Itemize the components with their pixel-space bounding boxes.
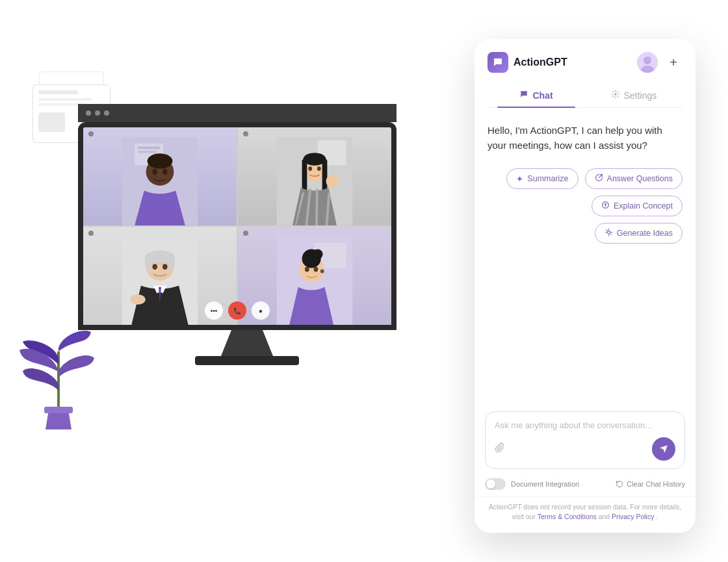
tabs: Chat Settings	[488, 83, 682, 108]
answer-label: Answer Questions	[607, 174, 673, 183]
tab-settings[interactable]: Settings	[585, 83, 682, 107]
svg-point-34	[314, 267, 318, 272]
summarize-button[interactable]: ✦ Summarize	[506, 168, 578, 189]
attach-icon[interactable]	[495, 442, 505, 455]
svg-point-7	[162, 169, 168, 175]
answer-questions-button[interactable]: Answer Questions	[585, 168, 682, 189]
tab-settings-label: Settings	[624, 90, 657, 101]
svg-point-23	[145, 253, 153, 270]
svg-point-26	[152, 264, 157, 270]
svg-point-24	[168, 253, 176, 270]
and-text: and	[599, 513, 612, 520]
explain-label: Explain Concept	[614, 201, 673, 211]
explain-concept-button[interactable]: Explain Concept	[592, 196, 682, 216]
footer-disclaimer: ActionGPT does not record your session d…	[474, 496, 696, 533]
svg-point-41	[614, 93, 617, 96]
camera-button[interactable]: ●	[252, 301, 270, 320]
explain-icon	[601, 201, 610, 211]
svg-point-25	[130, 294, 145, 305]
document-integration-toggle[interactable]	[485, 478, 506, 490]
plant-decoration	[13, 300, 104, 432]
chat-tab-icon	[519, 90, 528, 101]
avatar	[637, 52, 658, 73]
brand-name: ActionGPT	[514, 57, 567, 68]
privacy-link[interactable]: Privacy Policy	[612, 513, 654, 520]
svg-point-5	[148, 153, 173, 168]
svg-point-18	[308, 166, 312, 171]
monitor-base	[195, 356, 299, 365]
action-row-2: Explain Concept	[488, 196, 682, 216]
document-integration-group: Document Integration	[485, 478, 579, 490]
input-area: Ask me anything about the conversation..…	[474, 403, 696, 474]
video-grid	[83, 127, 391, 325]
svg-point-6	[152, 169, 157, 175]
svg-point-39	[644, 57, 651, 64]
period-text: .	[656, 513, 658, 520]
answer-icon	[595, 173, 603, 184]
generate-ideas-button[interactable]: Generate Ideas	[595, 223, 682, 244]
svg-point-32	[313, 249, 323, 260]
svg-point-19	[317, 166, 321, 171]
video-controls[interactable]: ••• 📞 ●	[205, 301, 270, 320]
action-row-1: ✦ Summarize Answer Questions	[488, 168, 682, 189]
generate-icon	[604, 228, 613, 238]
end-call-button[interactable]: 📞	[228, 301, 246, 320]
input-box: Ask me anything about the conversation..…	[485, 411, 685, 468]
monitor-screen: ••• 📞 ●	[78, 122, 396, 330]
chat-spacer	[474, 249, 696, 403]
monitor-stand	[221, 330, 273, 356]
add-button[interactable]: +	[664, 53, 682, 71]
svg-point-43	[607, 231, 610, 233]
input-placeholder: Ask me anything about the conversation..…	[495, 420, 675, 431]
header-actions: +	[637, 52, 682, 73]
video-cell-2	[238, 127, 391, 225]
bottom-controls: Document Integration Clear Chat History	[474, 474, 696, 496]
tab-chat[interactable]: Chat	[488, 83, 585, 107]
monitor: ••• 📞 ●	[78, 104, 416, 365]
brand: ActionGPT	[488, 52, 567, 73]
more-options-button[interactable]: •••	[205, 301, 223, 320]
chat-panel: ActionGPT + Chat	[474, 39, 696, 533]
action-row-3: Generate Ideas	[488, 223, 682, 244]
generate-label: Generate Ideas	[617, 229, 673, 238]
panel-header: ActionGPT +	[474, 39, 696, 73]
svg-point-35	[320, 270, 324, 274]
background-scene: ••• 📞 ●	[0, 0, 429, 562]
svg-rect-3	[138, 151, 157, 153]
settings-tab-icon	[611, 90, 620, 101]
monitor-frame	[78, 104, 396, 122]
input-footer	[495, 432, 675, 461]
summarize-icon: ✦	[516, 174, 523, 184]
summarize-label: Summarize	[527, 174, 568, 183]
video-cell-1	[83, 127, 237, 225]
clear-history-button[interactable]: Clear Chat History	[616, 480, 685, 488]
svg-point-27	[162, 264, 168, 270]
brand-icon	[488, 52, 508, 73]
quick-actions: ✦ Summarize Answer Questions	[474, 163, 696, 249]
document-integration-label: Document Integration	[511, 480, 579, 488]
greeting-text: Hello, I'm ActionGPT, I can help you wit…	[488, 123, 682, 153]
svg-point-33	[305, 267, 309, 272]
svg-rect-36	[44, 407, 73, 413]
greeting-area: Hello, I'm ActionGPT, I can help you wit…	[474, 108, 696, 163]
panel-body: Hello, I'm ActionGPT, I can help you wit…	[474, 108, 696, 533]
tab-chat-label: Chat	[532, 90, 552, 101]
send-button[interactable]	[652, 437, 675, 461]
svg-rect-2	[138, 147, 160, 149]
clear-history-label: Clear Chat History	[627, 480, 685, 488]
terms-link[interactable]: Terms & Conditions	[538, 513, 597, 520]
